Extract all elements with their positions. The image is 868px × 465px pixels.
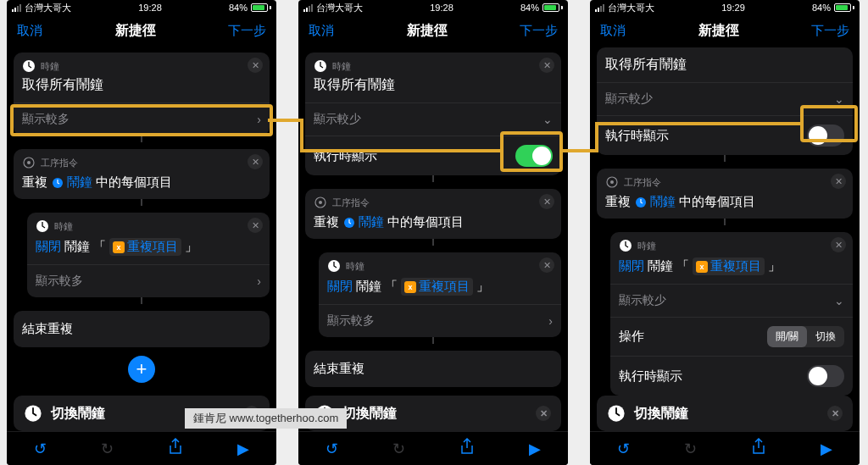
undo-button[interactable]: ↺ — [617, 440, 630, 458]
share-button[interactable] — [751, 438, 766, 459]
action-title: 取得所有鬧鐘 — [14, 75, 270, 102]
cancel-button[interactable]: 取消 — [600, 23, 626, 39]
repeat-item-variable[interactable]: x 重複項目 — [693, 257, 765, 275]
run-show-row: 執行時顯示 — [305, 136, 561, 175]
battery-percent: 84% — [229, 3, 248, 13]
battery-icon — [834, 3, 854, 12]
app-label: 時鐘 — [54, 220, 73, 233]
share-button[interactable] — [168, 438, 183, 459]
page-title: 新捷徑 — [407, 22, 448, 40]
app-label: 時鐘 — [41, 60, 59, 73]
alarm-variable[interactable]: 鬧鐘 — [634, 194, 676, 210]
battery-percent: 84% — [520, 3, 539, 13]
remove-action-button[interactable]: ✕ — [539, 58, 554, 73]
next-button[interactable]: 下一步 — [228, 23, 266, 39]
action-close-alarm[interactable]: 時鐘 ✕ 關閉 鬧鐘 「 x 重複項目 」 顯示較多 › — [27, 213, 270, 297]
repeat-item-variable[interactable]: x 重複項目 — [401, 278, 473, 296]
alarm-variable[interactable]: 鬧鐘 — [342, 214, 384, 230]
shortcut-bar[interactable]: 切換鬧鐘 ✕ — [597, 396, 853, 431]
page-title: 新捷徑 — [115, 22, 156, 40]
operation-row: 操作 開/關 切換 — [610, 317, 853, 356]
next-button[interactable]: 下一步 — [520, 23, 558, 39]
alarm-variable[interactable]: 鬧鐘 — [51, 174, 92, 191]
phone-3: 台灣大哥大 19:29 84% 取消 新捷徑 下一步 取得所有鬧鐘 顯示較少 ⌄… — [590, 0, 860, 465]
clock-icon — [22, 59, 36, 73]
clock-icon — [314, 59, 327, 73]
play-button[interactable]: ▶ — [237, 440, 249, 458]
action-close-alarm[interactable]: 時鐘 ✕ 關閉 鬧鐘 「 x 重複項目 」 顯示較少 ⌄ — [610, 232, 853, 396]
show-more-row[interactable]: 顯示較多 › — [14, 102, 270, 136]
battery-percent: 84% — [812, 3, 831, 13]
clock-label: 19:28 — [138, 3, 162, 13]
remove-action-button[interactable]: ✕ — [539, 194, 554, 209]
svg-point-8 — [319, 201, 322, 204]
nav-bar: 取消 新捷徑 下一步 — [590, 15, 860, 46]
gear-icon — [605, 175, 619, 189]
toolbar: ↺ ↻ ▶ — [298, 431, 568, 465]
seg-open-close[interactable]: 開/關 — [767, 326, 807, 347]
clock-icon — [51, 176, 64, 190]
show-less-row[interactable]: 顯示較少 ⌄ — [597, 82, 853, 115]
run-show-label: 執行時顯示 — [619, 368, 682, 385]
show-more-label: 顯示較多 — [36, 274, 83, 289]
play-button[interactable]: ▶ — [821, 440, 832, 458]
operation-label: 操作 — [619, 329, 644, 345]
chevron-right-icon: › — [257, 274, 261, 288]
remove-action-button[interactable]: ✕ — [248, 58, 263, 73]
carrier-label: 台灣大哥大 — [25, 2, 71, 14]
share-button[interactable] — [459, 438, 475, 459]
action-repeat[interactable]: 工序指令 ✕ 重複 鬧鐘 中的每個項目 — [14, 149, 270, 199]
chevron-right-icon: › — [257, 113, 261, 126]
cancel-button[interactable]: 取消 — [309, 23, 334, 39]
variable-icon: x — [404, 281, 416, 293]
close-param[interactable]: 關閉 — [327, 279, 353, 295]
close-param[interactable]: 關閉 — [36, 239, 61, 255]
action-body: 關閉 鬧鐘 「 x 重複項目 」 — [319, 274, 561, 304]
run-show-label: 執行時顯示 — [605, 128, 669, 144]
show-more-row[interactable]: 顯示較多 › — [27, 264, 270, 297]
play-button[interactable]: ▶ — [529, 440, 541, 458]
run-show-toggle[interactable] — [515, 145, 553, 167]
action-get-alarms[interactable]: 時鐘 ✕ 取得所有鬧鐘 顯示較少 ⌄ 執行時顯示 — [305, 53, 561, 175]
action-get-alarms[interactable]: 時鐘 ✕ 取得所有鬧鐘 顯示較多 › — [14, 53, 270, 136]
operation-segmented[interactable]: 開/關 切換 — [767, 326, 844, 347]
cancel-button[interactable]: 取消 — [17, 23, 42, 39]
status-bar: 台灣大哥大 19:28 84% — [7, 0, 276, 15]
clock-icon — [607, 404, 626, 423]
app-label: 時鐘 — [637, 240, 656, 252]
battery-icon — [542, 3, 563, 12]
action-repeat[interactable]: 工序指令 ✕ 重複 鬧鐘 中的每個項目 — [597, 169, 853, 219]
action-repeat[interactable]: 工序指令 ✕ 重複 鬧鐘 中的每個項目 — [305, 189, 561, 239]
redo-button: ↻ — [392, 440, 405, 458]
run-show-toggle[interactable] — [807, 365, 844, 387]
variable-icon: x — [696, 261, 708, 273]
app-label: 工序指令 — [332, 197, 370, 209]
show-less-label: 顯示較少 — [314, 112, 361, 127]
remove-action-button[interactable]: ✕ — [539, 257, 554, 273]
remove-action-button[interactable]: ✕ — [831, 237, 846, 252]
action-close-alarm[interactable]: 時鐘 ✕ 關閉 鬧鐘 「 x 重複項目 」 顯示較多 › — [319, 252, 561, 337]
repeat-item-variable[interactable]: x 重複項目 — [109, 238, 181, 256]
remove-action-button[interactable]: ✕ — [831, 174, 846, 189]
seg-toggle[interactable]: 切換 — [807, 326, 844, 347]
status-bar: 台灣大哥大 19:29 84% — [590, 0, 860, 15]
phone-2: 台灣大哥大 19:28 84% 取消 新捷徑 下一步 時鐘 ✕ 取得所有鬧鐘 — [298, 0, 568, 465]
clear-name-button[interactable]: ✕ — [536, 406, 551, 421]
remove-action-button[interactable]: ✕ — [248, 154, 263, 169]
remove-action-button[interactable]: ✕ — [248, 218, 263, 233]
undo-button[interactable]: ↺ — [326, 440, 338, 458]
undo-button[interactable]: ↺ — [34, 440, 47, 458]
clear-name-button[interactable]: ✕ — [827, 406, 843, 421]
close-param[interactable]: 關閉 — [619, 258, 644, 274]
action-get-alarms[interactable]: 取得所有鬧鐘 顯示較少 ⌄ 執行時顯示 — [597, 47, 853, 155]
toolbar: ↺ ↻ ▶ — [7, 431, 276, 465]
show-more-row[interactable]: 顯示較多 › — [319, 304, 561, 337]
clock-icon — [327, 259, 341, 273]
show-less-row[interactable]: 顯示較少 ⌄ — [610, 284, 853, 317]
action-title: 取得所有鬧鐘 — [597, 47, 853, 82]
next-button[interactable]: 下一步 — [811, 23, 849, 39]
add-action-button[interactable]: + — [128, 356, 155, 383]
show-less-row[interactable]: 顯示較少 ⌄ — [305, 102, 561, 136]
run-show-toggle[interactable] — [807, 125, 844, 147]
show-more-label: 顯示較多 — [22, 112, 70, 127]
